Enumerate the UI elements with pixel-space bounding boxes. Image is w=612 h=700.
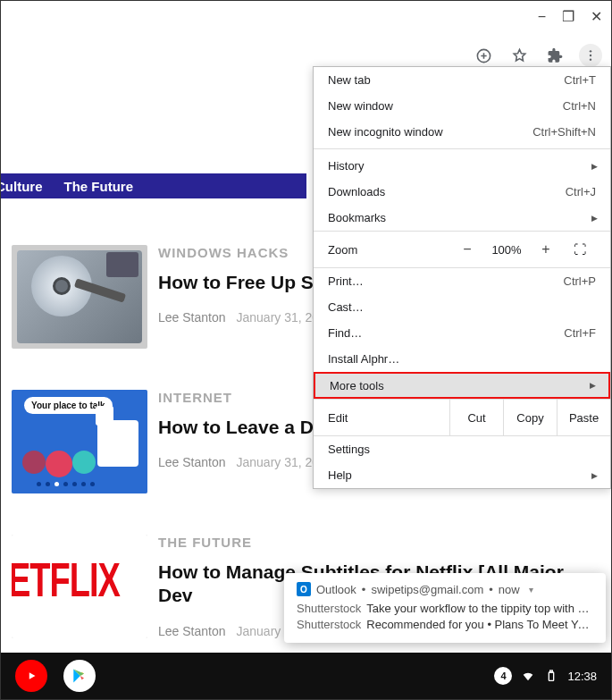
os-shelf: 4 12:38 [1,653,611,699]
article-date: January 31, 20 [237,455,320,469]
chevron-down-icon[interactable]: ▾ [529,585,533,595]
article-author: Lee Stanton [158,455,226,469]
chrome-overflow-menu: New tabCtrl+T New windowCtrl+N New incog… [313,66,611,489]
menu-bookmarks[interactable]: Bookmarks▶ [314,205,610,231]
menu-more-tools[interactable]: More tools▶ [314,372,610,399]
notification-email: swipetips@gmail.com [371,583,483,596]
article-thumb: ETFLIX [12,535,147,638]
notification-count-badge[interactable]: 4 [494,667,512,685]
window-close-icon[interactable]: ✕ [591,10,602,24]
zoom-out-button[interactable]: − [449,241,485,257]
menu-settings[interactable]: Settings [314,436,610,462]
svg-point-3 [590,58,591,60]
menu-history[interactable]: History▶ [314,153,610,179]
nav-culture[interactable]: Culture [0,179,54,194]
article-thumb [12,245,147,349]
article-date: January 31, 20 [237,310,320,325]
article-thumb: Your place to talk [12,390,147,493]
svg-point-2 [590,55,591,56]
notification-app: Outlook [316,583,356,596]
submenu-arrow-icon: ▶ [591,214,598,223]
window-restore-icon[interactable]: ❐ [562,10,574,24]
extensions-puzzle-icon[interactable] [543,44,566,67]
article-category: THE FUTURE [158,535,600,550]
notification-popover[interactable]: O Outlook • swipetips@gmail.com • now ▾ … [284,573,606,643]
system-tray[interactable]: 4 12:38 [494,667,597,685]
menu-downloads[interactable]: DownloadsCtrl+J [314,179,610,205]
menu-new-window[interactable]: New windowCtrl+N [314,93,610,119]
menu-new-tab[interactable]: New tabCtrl+T [314,67,610,93]
clock: 12:38 [567,670,597,683]
bookmark-star-icon[interactable] [507,44,531,67]
article-author: Lee Stanton [158,310,226,325]
svg-point-1 [590,50,591,52]
svg-rect-4 [549,672,554,680]
menu-incognito[interactable]: New incognito windowCtrl+Shift+N [314,119,610,145]
wifi-icon [521,669,535,683]
youtube-app-icon[interactable] [15,660,47,692]
submenu-arrow-icon: ▶ [590,381,596,390]
menu-find[interactable]: Find…Ctrl+F [314,320,610,346]
menu-edit: Edit Cut Copy Paste [314,399,610,436]
site-nav: Culture The Future [1,173,306,198]
nav-the-future[interactable]: The Future [54,179,145,194]
edit-paste-button[interactable]: Paste [557,400,610,435]
window-minimize-icon[interactable]: − [538,10,546,24]
submenu-arrow-icon: ▶ [591,471,598,480]
kebab-menu-icon[interactable] [579,44,602,67]
zoom-in-button[interactable]: + [528,241,564,257]
menu-install-pwa[interactable]: Install Alphr… [314,346,610,372]
menu-cast[interactable]: Cast… [314,294,610,320]
edit-cut-button[interactable]: Cut [449,400,503,435]
article-date: January [237,624,281,638]
menu-print[interactable]: Print…Ctrl+P [314,268,610,294]
menu-help[interactable]: Help▶ [314,462,610,488]
add-page-icon[interactable] [472,44,495,67]
notification-time: now [499,583,520,596]
svg-rect-5 [550,670,553,672]
edit-copy-button[interactable]: Copy [503,400,557,435]
outlook-icon: O [297,582,311,596]
fullscreen-icon[interactable]: ⛶ [564,242,596,257]
menu-zoom: Zoom − 100% + ⛶ [314,231,610,268]
submenu-arrow-icon: ▶ [591,162,598,171]
zoom-level: 100% [485,243,528,257]
article-author: Lee Stanton [158,624,226,638]
play-store-app-icon[interactable] [63,660,96,692]
battery-icon [544,669,558,683]
